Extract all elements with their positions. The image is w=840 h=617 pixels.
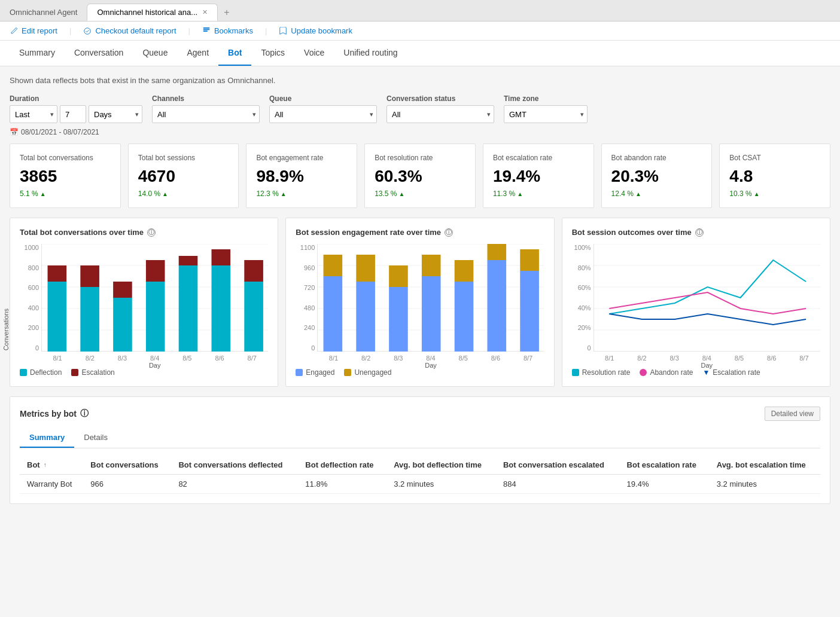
svg-rect-0 — [203, 27, 210, 28]
duration-unit-wrap[interactable]: Days — [89, 105, 142, 123]
tab-omnichannel-agent[interactable]: Omnichannel Agent — [0, 4, 87, 20]
nav-tab-topics[interactable]: Topics — [251, 41, 294, 66]
toolbar-separator: | — [69, 26, 71, 35]
th-deflection-rate-label: Bot deflection rate — [305, 460, 373, 469]
nav-tab-voice[interactable]: Voice — [294, 41, 334, 66]
nav-tab-conversation[interactable]: Conversation — [65, 41, 133, 66]
th-deflected: Bot conversations deflected — [171, 456, 298, 475]
chart-title: Bot session engagement rate over time ⓘ — [296, 228, 544, 237]
bar-engaged — [389, 287, 408, 352]
timezone-wrap[interactable]: GMT — [504, 105, 588, 123]
bar-engaged — [357, 282, 376, 352]
x-label: 8/7 — [248, 355, 257, 362]
th-deflection-rate: Bot deflection rate — [298, 456, 386, 475]
kpi-bot-engagement-rate: Bot engagement rate 98.9% 12.3 % — [246, 143, 357, 208]
conversation-status-select[interactable]: All — [386, 105, 494, 123]
svg-rect-2 — [203, 30, 208, 32]
y-label: 60% — [578, 284, 591, 291]
queue-select[interactable]: All — [269, 105, 377, 123]
td-bot-name: Warranty Bot — [20, 475, 83, 494]
y-label: 240 — [304, 324, 315, 331]
nav-tab-summary[interactable]: Summary — [10, 41, 65, 66]
x-labels: 8/1 8/2 8/3 8/4 8/5 8/6 8/7 — [317, 353, 544, 362]
duration-value-input[interactable] — [60, 105, 86, 123]
chart-title-text: Bot session outcomes over time — [572, 228, 692, 237]
channels-label: Channels — [152, 94, 260, 103]
queue-filter: Queue All — [269, 94, 377, 123]
x-label: 8/2 — [361, 355, 370, 362]
metrics-info-icon[interactable]: ⓘ — [80, 408, 89, 419]
checkout-default-button[interactable]: Checkout default report — [83, 26, 176, 35]
td-escalated: 884 — [496, 475, 620, 494]
y-axis-label: Conversations — [2, 308, 10, 350]
kpi-change: 10.3 % — [729, 190, 820, 198]
y-label: 0 — [588, 344, 591, 352]
filters-row: Duration Last Days Channels All — [10, 94, 830, 123]
charts-row: Total bot conversations over time ⓘ 1000… — [10, 218, 830, 387]
legend-escalation: Escalation — [71, 368, 114, 377]
tab-label: Omnichannel historical ana... — [97, 8, 197, 17]
x-label: 8/2 — [86, 355, 95, 362]
info-icon[interactable]: ⓘ — [445, 228, 453, 237]
tab-omnichannel-historical[interactable]: Omnichannel historical ana... ✕ — [87, 4, 218, 21]
info-icon[interactable]: ⓘ — [147, 228, 156, 237]
bar-escalation — [48, 265, 67, 282]
nav-tabs: Summary Conversation Queue Agent Bot Top… — [0, 41, 840, 66]
y-label: 1100 — [300, 244, 315, 251]
edit-icon — [10, 27, 18, 35]
bar-engaged — [422, 276, 441, 352]
info-icon[interactable]: ⓘ — [695, 228, 704, 237]
bar-engaged — [324, 276, 343, 352]
nav-tab-agent[interactable]: Agent — [177, 41, 218, 66]
detailed-view-button[interactable]: Detailed view — [765, 407, 820, 421]
kpi-title: Bot CSAT — [729, 154, 820, 162]
conversation-status-wrap[interactable]: All — [386, 105, 494, 123]
legend-label-escalation-rate: Escalation rate — [713, 368, 760, 377]
legend-color-engaged — [296, 369, 303, 376]
td-avg-escalation-time: 3.2 minutes — [710, 475, 820, 494]
nav-tab-queue[interactable]: Queue — [133, 41, 177, 66]
chart-title: Total bot conversations over time ⓘ — [20, 228, 268, 237]
chart-title-text: Bot session engagement rate over time — [296, 228, 441, 237]
x-label: 8/4 — [702, 355, 711, 362]
channels-wrap[interactable]: All — [152, 105, 260, 123]
legend-color-deflection — [20, 369, 27, 376]
kpi-bot-escalation-rate: Bot escalation rate 19.4% 11.3 % — [483, 143, 594, 208]
duration-preset-wrap[interactable]: Last — [10, 105, 57, 123]
update-bookmark-icon — [279, 27, 287, 35]
bookmarks-button[interactable]: Bookmarks — [202, 26, 253, 35]
timezone-select[interactable]: GMT — [504, 105, 588, 123]
nav-tab-bot[interactable]: Bot — [218, 41, 251, 66]
x-label: 8/4 — [426, 355, 435, 362]
legend-unengaged: Unengaged — [344, 368, 391, 377]
x-label: 8/1 — [53, 355, 62, 362]
td-conversations: 966 — [83, 475, 171, 494]
legend-color-escalation — [71, 369, 78, 376]
legend-icon-escalation: ▼ — [702, 368, 710, 377]
subtab-details[interactable]: Details — [74, 428, 117, 448]
channels-select[interactable]: All — [152, 105, 260, 123]
duration-unit-select[interactable]: Days — [89, 105, 142, 123]
subtab-summary[interactable]: Summary — [20, 428, 74, 448]
nav-tab-unified-routing[interactable]: Unified routing — [334, 41, 407, 66]
y-label: 20% — [578, 324, 591, 331]
bar-deflection — [179, 265, 198, 352]
legend: Deflection Escalation — [20, 368, 268, 377]
x-label: 8/3 — [669, 355, 678, 362]
th-bot[interactable]: Bot↑ — [20, 456, 83, 475]
edit-report-button[interactable]: Edit report — [10, 26, 57, 35]
queue-wrap[interactable]: All — [269, 105, 377, 123]
th-bot-label: Bot — [27, 460, 40, 469]
update-bookmark-button[interactable]: Update bookmark — [279, 26, 352, 35]
y-label: 80% — [578, 264, 591, 271]
legend-label-deflection: Deflection — [30, 368, 62, 377]
chart-title-text: Total bot conversations over time — [20, 228, 144, 237]
metrics-title-text: Metrics by bot — [20, 409, 77, 419]
info-text: Shown data reflects bots that exist in t… — [10, 76, 830, 85]
timezone-label: Time zone — [504, 94, 588, 103]
bookmarks-icon — [202, 27, 211, 35]
bar-unengaged — [324, 255, 343, 276]
close-tab-icon[interactable]: ✕ — [202, 8, 208, 16]
add-tab-button[interactable]: + — [218, 5, 235, 20]
duration-preset-select[interactable]: Last — [10, 105, 57, 123]
